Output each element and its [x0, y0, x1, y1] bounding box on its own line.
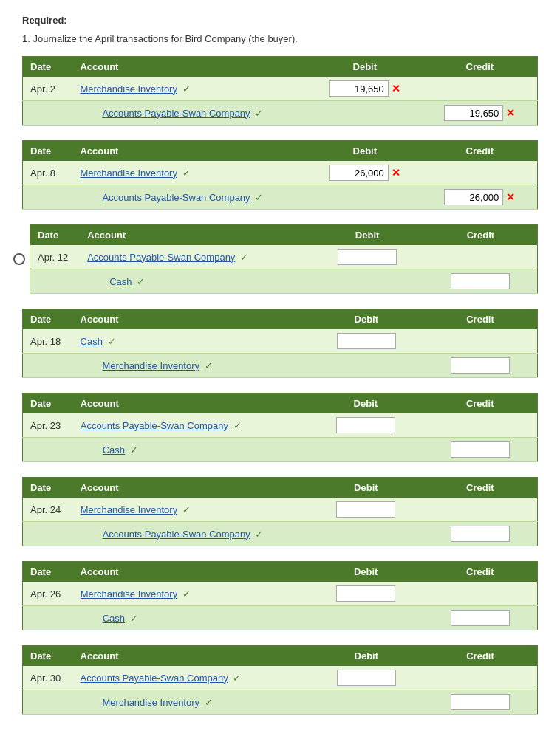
credit-input-6[interactable] [451, 526, 510, 542]
date-cell: Apr. 26 [23, 582, 73, 606]
check-mark: ✓ [130, 613, 138, 624]
header-account-8: Account [73, 646, 310, 667]
check-mark: ✓ [205, 360, 213, 371]
account-cell: Merchandise Inventory ✓ [72, 77, 307, 101]
credit-cell [423, 413, 537, 438]
date-cell: Apr. 12 [30, 245, 81, 269]
check-mark: ✓ [137, 276, 145, 287]
credit-cell [424, 269, 538, 294]
debit-value-box: ✕ [329, 80, 400, 97]
credit-input-1[interactable] [444, 105, 503, 121]
cash-link-4[interactable]: Cash [81, 336, 103, 347]
table-row: Accounts Payable-Swan Company ✓ [23, 522, 538, 546]
accounts-payable-link-5[interactable]: Accounts Payable-Swan Company [81, 420, 228, 431]
credit-input-7[interactable] [451, 610, 510, 626]
credit-cell [423, 582, 538, 606]
cash-link-5[interactable]: Cash [103, 444, 125, 456]
debit-input-7[interactable] [336, 585, 395, 602]
merchandise-inventory-link-6[interactable]: Merchandise Inventory [81, 504, 178, 515]
date-cell: Apr. 2 [23, 77, 73, 101]
header-account-2: Account [72, 141, 307, 162]
debit-value-box-2: ✕ [329, 165, 400, 181]
debit-cell [310, 245, 424, 269]
merchandise-inventory-link-8[interactable]: Merchandise Inventory [103, 697, 200, 708]
debit-cell [310, 354, 423, 378]
header-account-6: Account [73, 478, 309, 498]
accounts-payable-link-2[interactable]: Accounts Payable-Swan Company [102, 192, 250, 203]
journal-entry-4: Date Account Debit Credit Apr. 18 Cash ✓ [22, 309, 538, 378]
header-date-3: Date [30, 225, 81, 246]
debit-cell [310, 329, 423, 354]
table-row: Apr. 18 Cash ✓ [23, 329, 538, 354]
credit-input-3[interactable] [451, 273, 510, 289]
credit-input-8[interactable] [451, 694, 510, 710]
header-credit-7: Credit [423, 562, 538, 583]
header-account-5: Account [73, 394, 309, 414]
merchandise-inventory-link-1[interactable]: Merchandise Inventory [80, 83, 177, 94]
date-cell: Apr. 8 [23, 161, 73, 185]
debit-input-2[interactable] [329, 165, 389, 181]
header-credit-2: Credit [423, 141, 538, 162]
credit-input-2[interactable] [444, 189, 503, 205]
credit-cell [423, 522, 538, 546]
cash-link-7[interactable]: Cash [103, 613, 125, 624]
table-row: Cash ✓ [30, 269, 538, 294]
account-cell: Merchandise Inventory ✓ [73, 582, 309, 606]
header-debit-8: Debit [310, 646, 423, 667]
account-cell: Accounts Payable-Swan Company ✓ [73, 413, 309, 438]
table-row: Accounts Payable-Swan Company ✓ ✕ [23, 185, 538, 210]
header-date-5: Date [23, 394, 73, 414]
account-cell: Accounts Payable-Swan Company ✓ [73, 666, 310, 690]
accounts-payable-link-1[interactable]: Accounts Payable-Swan Company [102, 108, 250, 119]
header-date-7: Date [23, 562, 73, 583]
journal-entry-1: Date Account Debit Credit Apr. 2 Merchan… [22, 56, 538, 126]
date-cell [30, 269, 81, 294]
merchandise-inventory-link-2[interactable]: Merchandise Inventory [80, 168, 177, 179]
header-credit-6: Credit [423, 478, 538, 498]
merchandise-inventory-link-4[interactable]: Merchandise Inventory [103, 360, 200, 371]
check-mark: ✓ [255, 192, 263, 203]
debit-input-8[interactable] [337, 670, 396, 686]
credit-cell [423, 690, 538, 715]
credit-cell [423, 354, 538, 378]
debit-cell [309, 582, 423, 606]
table-row: Apr. 2 Merchandise Inventory ✓ ✕ [23, 77, 538, 101]
header-credit-3: Credit [424, 225, 538, 246]
check-mark: ✓ [233, 420, 242, 431]
debit-input-5[interactable] [336, 417, 395, 433]
date-cell [23, 438, 73, 462]
date-cell: Apr. 24 [23, 498, 73, 522]
merchandise-inventory-link-7[interactable]: Merchandise Inventory [81, 588, 178, 599]
debit-input-4[interactable] [337, 333, 396, 349]
debit-cell [307, 185, 423, 210]
debit-cell [308, 413, 423, 438]
header-date-4: Date [23, 309, 73, 330]
debit-input-1[interactable] [329, 80, 389, 97]
debit-cell [308, 438, 423, 462]
header-account-7: Account [73, 562, 309, 583]
debit-cell [310, 269, 424, 294]
date-cell [23, 354, 73, 378]
credit-input-5[interactable] [451, 441, 510, 458]
credit-cell [423, 161, 538, 185]
journal-entry-6: Date Account Debit Credit Apr. 24 Mercha… [22, 477, 538, 546]
journal-entry-3: Date Account Debit Credit Apr. 12 Accoun… [30, 224, 538, 294]
check-mark: ✓ [255, 108, 263, 119]
header-date-2: Date [23, 141, 73, 162]
check-mark: ✓ [255, 529, 263, 540]
header-credit-5: Credit [423, 394, 537, 414]
debit-cell [309, 522, 423, 546]
accounts-payable-link-8[interactable]: Accounts Payable-Swan Company [81, 673, 228, 684]
debit-input-3[interactable] [338, 249, 397, 265]
date-cell: Apr. 18 [23, 329, 73, 354]
debit-cell: ✕ [307, 77, 423, 101]
check-mark: ✓ [240, 252, 248, 263]
cash-link-3[interactable]: Cash [109, 276, 132, 287]
account-cell: Accounts Payable-Swan Company ✓ [72, 185, 307, 210]
credit-input-4[interactable] [451, 357, 510, 374]
debit-input-6[interactable] [336, 501, 395, 518]
header-credit-1: Credit [423, 57, 538, 78]
accounts-payable-link-3[interactable]: Accounts Payable-Swan Company [87, 252, 235, 263]
accounts-payable-link-6[interactable]: Accounts Payable-Swan Company [103, 529, 250, 540]
header-debit-6: Debit [309, 478, 423, 498]
